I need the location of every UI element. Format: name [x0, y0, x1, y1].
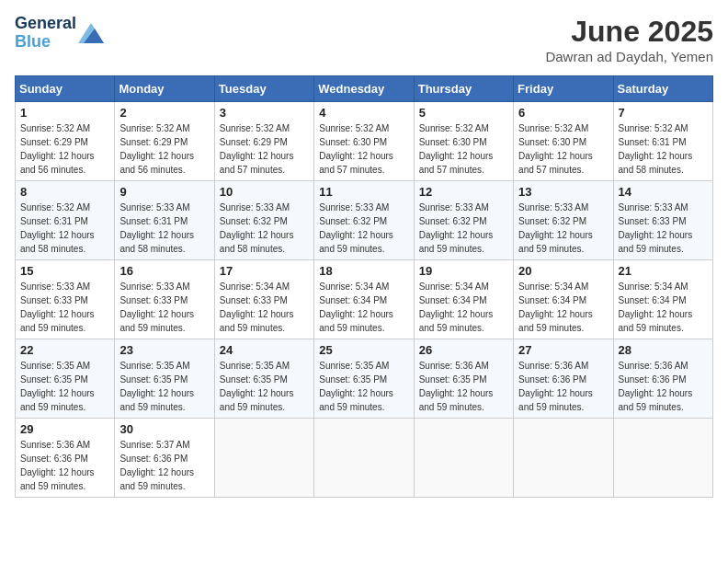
calendar-header-row: SundayMondayTuesdayWednesdayThursdayFrid…: [16, 76, 713, 102]
day-number: 12: [419, 185, 508, 199]
calendar-day-header: Sunday: [16, 76, 115, 102]
day-info: Sunrise: 5:34 AMSunset: 6:33 PMDaylight:…: [220, 282, 294, 333]
calendar-day-cell: 16 Sunrise: 5:33 AMSunset: 6:33 PMDaylig…: [115, 260, 214, 339]
day-info: Sunrise: 5:33 AMSunset: 6:32 PMDaylight:…: [220, 202, 294, 254]
calendar-day-cell: 18 Sunrise: 5:34 AMSunset: 6:34 PMDaylig…: [314, 260, 414, 339]
day-info: Sunrise: 5:36 AMSunset: 6:36 PMDaylight:…: [518, 361, 593, 412]
day-number: 28: [619, 343, 708, 357]
calendar-day-header: Thursday: [414, 76, 513, 102]
calendar-day-cell: 11 Sunrise: 5:33 AMSunset: 6:32 PMDaylig…: [314, 181, 414, 260]
calendar-day-header: Friday: [514, 76, 613, 102]
day-number: 22: [20, 343, 109, 357]
day-info: Sunrise: 5:33 AMSunset: 6:32 PMDaylight:…: [319, 202, 393, 254]
day-info: Sunrise: 5:33 AMSunset: 6:32 PMDaylight:…: [419, 202, 494, 254]
day-info: Sunrise: 5:35 AMSunset: 6:35 PMDaylight:…: [119, 361, 194, 412]
calendar-week-row: 8 Sunrise: 5:32 AMSunset: 6:31 PMDayligh…: [16, 181, 713, 260]
day-info: Sunrise: 5:32 AMSunset: 6:29 PMDaylight:…: [220, 123, 294, 175]
day-info: Sunrise: 5:32 AMSunset: 6:30 PMDaylight:…: [419, 123, 494, 175]
calendar-day-cell: [414, 419, 513, 498]
calendar-day-cell: 9 Sunrise: 5:33 AMSunset: 6:31 PMDayligh…: [115, 181, 214, 260]
calendar-day-cell: 20 Sunrise: 5:34 AMSunset: 6:34 PMDaylig…: [514, 260, 613, 339]
calendar-day-cell: [214, 419, 313, 498]
day-number: 11: [319, 185, 408, 199]
day-number: 13: [518, 185, 608, 199]
title-block: June 2025 Dawran ad Daydah, Yemen: [545, 15, 713, 64]
calendar-week-row: 15 Sunrise: 5:33 AMSunset: 6:33 PMDaylig…: [16, 260, 713, 339]
logo-icon: [78, 23, 104, 43]
calendar-day-cell: 15 Sunrise: 5:33 AMSunset: 6:33 PMDaylig…: [16, 260, 115, 339]
day-info: Sunrise: 5:37 AMSunset: 6:36 PMDaylight:…: [119, 440, 194, 491]
calendar-day-cell: [613, 419, 712, 498]
calendar-day-cell: 2 Sunrise: 5:32 AMSunset: 6:29 PMDayligh…: [115, 102, 214, 181]
calendar-day-cell: 22 Sunrise: 5:35 AMSunset: 6:35 PMDaylig…: [16, 339, 115, 419]
day-number: 23: [119, 343, 209, 357]
day-number: 15: [20, 264, 109, 278]
day-number: 27: [518, 343, 608, 357]
page-header: GeneralBlue June 2025 Dawran ad Daydah, …: [15, 15, 713, 64]
day-info: Sunrise: 5:35 AMSunset: 6:35 PMDaylight:…: [319, 361, 393, 412]
day-info: Sunrise: 5:33 AMSunset: 6:33 PMDaylight:…: [119, 282, 194, 333]
day-number: 29: [20, 422, 109, 436]
day-info: Sunrise: 5:32 AMSunset: 6:31 PMDaylight:…: [619, 123, 693, 175]
logo-text: GeneralBlue: [15, 15, 76, 52]
calendar-table: SundayMondayTuesdayWednesdayThursdayFrid…: [15, 75, 713, 498]
day-number: 5: [419, 106, 508, 120]
calendar-day-cell: 19 Sunrise: 5:34 AMSunset: 6:34 PMDaylig…: [414, 260, 513, 339]
calendar-day-cell: 4 Sunrise: 5:32 AMSunset: 6:30 PMDayligh…: [314, 102, 414, 181]
day-info: Sunrise: 5:32 AMSunset: 6:29 PMDaylight:…: [119, 123, 194, 175]
day-info: Sunrise: 5:33 AMSunset: 6:33 PMDaylight:…: [619, 202, 693, 254]
day-number: 19: [419, 264, 508, 278]
calendar-day-cell: [314, 419, 414, 498]
day-number: 24: [220, 343, 309, 357]
day-number: 7: [619, 106, 708, 120]
day-number: 14: [619, 185, 708, 199]
day-info: Sunrise: 5:32 AMSunset: 6:30 PMDaylight:…: [319, 123, 393, 175]
calendar-day-cell: 28 Sunrise: 5:36 AMSunset: 6:36 PMDaylig…: [613, 339, 712, 419]
calendar-day-cell: 25 Sunrise: 5:35 AMSunset: 6:35 PMDaylig…: [314, 339, 414, 419]
calendar-day-cell: [514, 419, 613, 498]
calendar-week-row: 22 Sunrise: 5:35 AMSunset: 6:35 PMDaylig…: [16, 339, 713, 419]
calendar-day-cell: 14 Sunrise: 5:33 AMSunset: 6:33 PMDaylig…: [613, 181, 712, 260]
day-info: Sunrise: 5:34 AMSunset: 6:34 PMDaylight:…: [619, 282, 693, 333]
calendar-day-cell: 8 Sunrise: 5:32 AMSunset: 6:31 PMDayligh…: [16, 181, 115, 260]
day-info: Sunrise: 5:34 AMSunset: 6:34 PMDaylight:…: [419, 282, 494, 333]
day-number: 6: [518, 106, 608, 120]
day-number: 2: [119, 106, 209, 120]
calendar-week-row: 1 Sunrise: 5:32 AMSunset: 6:29 PMDayligh…: [16, 102, 713, 181]
calendar-week-row: 29 Sunrise: 5:36 AMSunset: 6:36 PMDaylig…: [16, 419, 713, 498]
day-number: 16: [119, 264, 209, 278]
day-number: 18: [319, 264, 408, 278]
calendar-day-cell: 6 Sunrise: 5:32 AMSunset: 6:30 PMDayligh…: [514, 102, 613, 181]
calendar-day-cell: 13 Sunrise: 5:33 AMSunset: 6:32 PMDaylig…: [514, 181, 613, 260]
calendar-day-cell: 23 Sunrise: 5:35 AMSunset: 6:35 PMDaylig…: [115, 339, 214, 419]
day-info: Sunrise: 5:36 AMSunset: 6:35 PMDaylight:…: [419, 361, 494, 412]
calendar-day-cell: 24 Sunrise: 5:35 AMSunset: 6:35 PMDaylig…: [214, 339, 313, 419]
calendar-day-cell: 21 Sunrise: 5:34 AMSunset: 6:34 PMDaylig…: [613, 260, 712, 339]
calendar-day-cell: 29 Sunrise: 5:36 AMSunset: 6:36 PMDaylig…: [16, 419, 115, 498]
day-info: Sunrise: 5:33 AMSunset: 6:32 PMDaylight:…: [518, 202, 593, 254]
day-number: 30: [119, 422, 209, 436]
calendar-day-cell: 30 Sunrise: 5:37 AMSunset: 6:36 PMDaylig…: [115, 419, 214, 498]
day-number: 8: [20, 185, 109, 199]
location: Dawran ad Daydah, Yemen: [545, 49, 713, 64]
day-info: Sunrise: 5:35 AMSunset: 6:35 PMDaylight:…: [20, 361, 95, 412]
day-number: 20: [518, 264, 608, 278]
day-number: 4: [319, 106, 408, 120]
month-title: June 2025: [545, 15, 713, 49]
calendar-day-cell: 27 Sunrise: 5:36 AMSunset: 6:36 PMDaylig…: [514, 339, 613, 419]
day-number: 17: [220, 264, 309, 278]
day-number: 21: [619, 264, 708, 278]
day-info: Sunrise: 5:36 AMSunset: 6:36 PMDaylight:…: [619, 361, 693, 412]
calendar-day-cell: 3 Sunrise: 5:32 AMSunset: 6:29 PMDayligh…: [214, 102, 313, 181]
day-number: 26: [419, 343, 508, 357]
day-number: 10: [220, 185, 309, 199]
calendar-day-cell: 1 Sunrise: 5:32 AMSunset: 6:29 PMDayligh…: [16, 102, 115, 181]
calendar-day-cell: 17 Sunrise: 5:34 AMSunset: 6:33 PMDaylig…: [214, 260, 313, 339]
calendar-day-header: Saturday: [613, 76, 712, 102]
calendar-day-header: Tuesday: [214, 76, 313, 102]
day-info: Sunrise: 5:35 AMSunset: 6:35 PMDaylight:…: [220, 361, 294, 412]
day-info: Sunrise: 5:33 AMSunset: 6:31 PMDaylight:…: [119, 202, 194, 254]
day-info: Sunrise: 5:34 AMSunset: 6:34 PMDaylight:…: [319, 282, 393, 333]
logo: GeneralBlue: [15, 15, 104, 52]
calendar-day-cell: 10 Sunrise: 5:33 AMSunset: 6:32 PMDaylig…: [214, 181, 313, 260]
